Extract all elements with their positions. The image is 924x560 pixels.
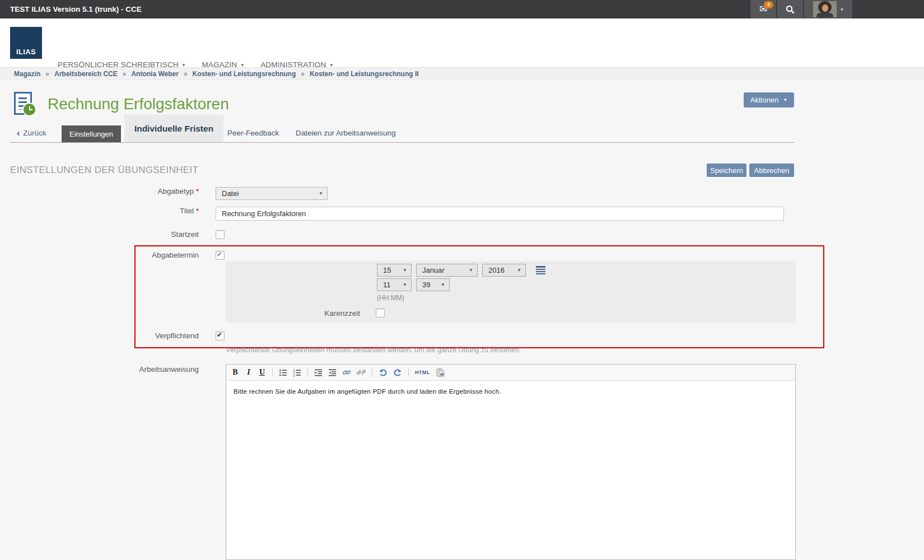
bold-button[interactable]: B <box>231 367 239 377</box>
svg-text:3: 3 <box>293 374 295 377</box>
field-label: Titel <box>180 207 194 215</box>
form-row-startzeit: Startzeit <box>10 230 225 239</box>
tab-individuelle-fristen[interactable]: Individuelle Fristen <box>124 115 223 142</box>
undo-icon <box>379 368 388 377</box>
html-source-button[interactable]: HTML <box>415 367 430 377</box>
abgabetyp-select[interactable]: Datei ▼ <box>216 187 328 200</box>
year-select[interactable]: 2016 ▼ <box>482 264 526 277</box>
mail-button[interactable]: ✉ 3 <box>750 0 776 18</box>
form-row-titel: Titel * <box>10 207 784 221</box>
aktionen-button[interactable]: Aktionen ▼ <box>744 92 794 108</box>
user-menu-button[interactable]: ▾ <box>804 0 852 18</box>
abgabetermin-panel: 15 ▼ Januar ▼ 2016 ▼ 11 ▼ 39 ▼ (HH:MM) <box>226 261 796 323</box>
field-label: Karenzzeit <box>226 309 360 318</box>
unlink-icon <box>357 368 366 377</box>
chevron-down-icon: ▼ <box>319 191 323 196</box>
mail-badge: 3 <box>764 1 773 8</box>
verpflichtend-hint: Verpflichtende Übungseinheiten müssen be… <box>226 346 521 354</box>
link-button[interactable] <box>342 367 351 377</box>
field-label: Abgabetyp <box>157 187 194 195</box>
exercise-unit-icon <box>14 91 38 116</box>
paste-from-word-icon: W <box>436 368 445 377</box>
numbered-list-button[interactable]: 1 2 3 <box>293 367 301 377</box>
outdent-icon <box>328 368 337 377</box>
form-row-abgabetyp: Abgabetyp * Datei ▼ <box>10 187 328 200</box>
installation-title: TEST ILIAS Version 5.1 (trunk) - CCE <box>10 0 142 18</box>
tab-bar: ‹ Zurück Einstellungen Individuelle Fris… <box>10 115 794 143</box>
numbered-list-icon: 1 2 3 <box>293 368 301 377</box>
underline-button[interactable]: U <box>258 367 266 377</box>
unlink-button[interactable] <box>357 367 366 377</box>
back-link[interactable]: ‹ Zurück <box>17 129 46 137</box>
redo-icon <box>393 368 402 377</box>
field-label: Arbeitsanweisung <box>10 365 199 374</box>
hour-select[interactable]: 11 ▼ <box>377 278 412 291</box>
undo-button[interactable] <box>379 367 388 377</box>
chevron-down-icon: ▼ <box>441 282 445 287</box>
chevron-down-icon: ▾ <box>841 7 843 12</box>
tab-peer-feedback[interactable]: Peer-Feedback <box>227 129 279 137</box>
bullet-list-button[interactable] <box>279 367 287 377</box>
ilias-logo[interactable]: ILIAS <box>10 27 42 59</box>
calendar-icon[interactable] <box>536 266 545 274</box>
outdent-button[interactable] <box>328 367 337 377</box>
indent-button[interactable] <box>314 367 323 377</box>
search-button[interactable] <box>777 0 803 18</box>
italic-button[interactable]: I <box>245 367 253 377</box>
titel-input[interactable] <box>216 207 784 221</box>
karenzzeit-checkbox[interactable] <box>376 309 385 318</box>
day-select[interactable]: 15 ▼ <box>377 264 412 277</box>
form-row-arbeitsanweisung: Arbeitsanweisung <box>10 365 199 374</box>
svg-text:W: W <box>440 372 445 377</box>
month-select[interactable]: Januar ▼ <box>416 264 478 277</box>
verpflichtend-checkbox[interactable] <box>216 332 225 340</box>
save-button[interactable]: Speichern <box>707 164 746 177</box>
section-title: EINSTELLUNGEN DER ÜBUNGSEINHEIT <box>10 165 198 176</box>
link-icon <box>342 368 351 377</box>
rich-text-editor: B I U 1 2 3 <box>226 364 796 560</box>
page-title-bar: Rechnung Erfolgsfaktoren <box>14 91 229 116</box>
breadcrumb-link[interactable]: Kosten- und Leistungsrechnung II <box>310 70 419 78</box>
breadcrumb-link[interactable]: Arbeitsbereich CCE <box>54 70 118 78</box>
search-icon <box>785 4 795 15</box>
chevron-down-icon: ▾ <box>183 62 185 68</box>
startzeit-checkbox[interactable] <box>216 230 225 239</box>
page-title: Rechnung Erfolgsfaktoren <box>48 95 229 113</box>
breadcrumb-link[interactable]: Kosten- und Leistungsrechnung <box>193 70 296 78</box>
redo-button[interactable] <box>393 367 402 377</box>
breadcrumb: Magazin » Arbeitsbereich CCE » Antonia W… <box>0 67 924 80</box>
minute-select[interactable]: 39 ▼ <box>416 278 450 291</box>
cancel-button[interactable]: Abbrechen <box>749 164 794 177</box>
main-content: Rechnung Erfolgsfaktoren Aktionen ▼ ‹ Zu… <box>0 80 924 560</box>
field-label: Verpflichtend <box>10 332 199 340</box>
breadcrumb-link[interactable]: Antonia Weber <box>131 70 178 78</box>
required-mark: * <box>196 187 199 195</box>
form-row-verpflichtend: Verpflichtend <box>10 332 225 340</box>
field-label: Startzeit <box>10 230 199 239</box>
breadcrumb-link[interactable]: Magazin <box>14 70 40 78</box>
top-bar: TEST ILIAS Version 5.1 (trunk) - CCE ✉ 3… <box>0 0 924 18</box>
avatar <box>813 1 837 17</box>
bullet-list-icon <box>279 368 287 377</box>
tab-dateien-arbeitsanweisung[interactable]: Dateien zur Arbeitsanweisung <box>296 129 396 137</box>
chevron-down-icon: ▼ <box>403 282 407 287</box>
chevron-down-icon: ▼ <box>783 97 787 102</box>
breadcrumb-separator: » <box>123 70 127 78</box>
header: ILIAS PERSÖNLICHER SCHREIBTISCH ▾ MAGAZI… <box>0 18 924 67</box>
editor-content[interactable]: Bitte rechnen Sie die Aufgaben im angefü… <box>226 381 795 402</box>
paste-from-word-button[interactable]: W <box>436 367 445 377</box>
field-label: Abgabetermin <box>10 251 199 259</box>
breadcrumb-separator: » <box>301 70 305 78</box>
abgabetermin-checkbox[interactable] <box>216 251 225 260</box>
toolbar-separator <box>372 368 372 377</box>
chevron-left-icon: ‹ <box>17 130 20 137</box>
chevron-down-icon: ▼ <box>517 268 521 273</box>
required-mark: * <box>196 207 199 215</box>
chevron-down-icon: ▾ <box>330 62 333 68</box>
chevron-down-icon: ▾ <box>241 62 244 68</box>
form-row-abgabetermin: Abgabetermin <box>10 251 225 260</box>
toolbar-separator <box>307 368 308 377</box>
editor-toolbar: B I U 1 2 3 <box>226 365 795 381</box>
chevron-down-icon: ▼ <box>469 268 473 273</box>
tab-einstellungen[interactable]: Einstellungen <box>62 125 121 142</box>
